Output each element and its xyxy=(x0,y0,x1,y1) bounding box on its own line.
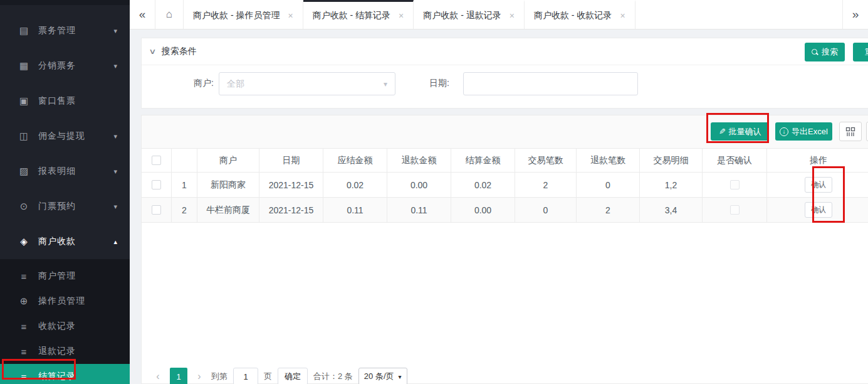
next-page-icon[interactable]: › xyxy=(193,371,206,382)
submenu-item-settlement-records[interactable]: ≡ 结算记录 xyxy=(0,364,130,384)
search-button[interactable]: 搜索 xyxy=(805,43,845,61)
header-tx-count: 交易笔数 xyxy=(515,149,577,173)
users-icon: ◫ xyxy=(18,131,30,142)
cell-tx-count: 0 xyxy=(515,198,577,223)
cell-tx-count: 2 xyxy=(515,173,577,198)
header-refund-count: 退款笔数 xyxy=(577,149,640,173)
header-tx-detail: 交易明细 xyxy=(640,149,703,173)
cell-due-amount: 0.02 xyxy=(323,173,387,198)
submenu-item-label: 收款记录 xyxy=(38,321,76,332)
list-icon: ≡ xyxy=(18,371,30,382)
menu-item-label: 门票预约 xyxy=(38,201,76,212)
confirm-button[interactable]: 确认 xyxy=(805,177,832,193)
goto-page-input[interactable] xyxy=(233,368,258,384)
merchant-select[interactable]: 全部 ▾ xyxy=(219,72,395,95)
header-refund-amount: 退款金额 xyxy=(387,149,451,173)
sidebar: ▤ 票务管理 ▾ ▦ 分销票务 ▾ ▣ 窗口售票 ◫ 佣金与提现 ▾ ▨ 报表 xyxy=(0,0,130,384)
page-1-button[interactable]: 1 xyxy=(170,368,187,384)
search-icon xyxy=(812,49,818,56)
page-size-value: 20 条/页 xyxy=(364,371,394,382)
submenu-item-label: 商户管理 xyxy=(38,270,76,282)
expand-tabs-button[interactable]: » xyxy=(842,0,868,29)
cube-icon: ◈ xyxy=(18,236,30,247)
row-checkbox[interactable] xyxy=(152,180,161,189)
cell-settle-amount: 0.02 xyxy=(451,173,515,198)
menu-item-label: 报表明细 xyxy=(38,166,76,177)
confirmed-checkbox xyxy=(730,180,740,189)
goto-confirm-button[interactable]: 确定 xyxy=(278,368,308,384)
chevron-down-icon: ▾ xyxy=(113,27,117,35)
table-panel: ✎ 批量确认 ↓ 导出Excel xyxy=(141,115,868,384)
row-index: 1 xyxy=(172,173,197,198)
download-icon: ↓ xyxy=(780,127,788,136)
close-icon[interactable]: × xyxy=(399,11,404,21)
reset-button-label: 重置 xyxy=(865,46,868,58)
cell-settle-amount: 0.00 xyxy=(451,198,515,223)
cell-refund-count: 0 xyxy=(577,173,640,198)
date-field-label: 日期: xyxy=(424,78,449,89)
row-select-cell xyxy=(142,198,172,223)
menu-item-label: 窗口售票 xyxy=(38,95,76,107)
close-icon[interactable]: × xyxy=(288,11,293,21)
header-index-cell xyxy=(172,149,197,173)
column-settings-button[interactable] xyxy=(839,122,862,141)
home-icon[interactable]: ⌂ xyxy=(155,0,184,29)
table-row: 2 牛栏前商厦 2021-12-15 0.11 0.11 0.00 0 2 3,… xyxy=(142,198,868,223)
submenu-item-merchant-management[interactable]: ≡ 商户管理 xyxy=(0,264,130,289)
search-panel-header: ∨ 搜索条件 搜索 重置 xyxy=(142,38,868,65)
reset-button[interactable]: 重置 xyxy=(853,43,868,61)
circle-plus-icon: ⊕ xyxy=(18,296,30,307)
cell-date: 2021-12-15 xyxy=(259,198,323,223)
row-checkbox[interactable] xyxy=(152,205,161,215)
submenu-item-collection-records[interactable]: ≡ 收款记录 xyxy=(0,314,130,339)
tab-label: 商户收款 - 操作员管理 xyxy=(193,10,280,21)
collapse-tabs-button[interactable]: « xyxy=(130,0,155,29)
menu-item-ticket-management[interactable]: ▤ 票务管理 ▾ xyxy=(0,13,130,48)
cell-merchant: 牛栏前商厦 xyxy=(197,198,259,223)
cell-refund-count: 2 xyxy=(577,198,640,223)
menu-item-distribution-tickets[interactable]: ▦ 分销票务 ▾ xyxy=(0,48,130,83)
header-merchant: 商户 xyxy=(197,149,259,173)
chevron-down-icon[interactable]: ∨ xyxy=(149,47,156,56)
header-date: 日期 xyxy=(259,149,323,173)
menu-item-ticket-booking[interactable]: ⊙ 门票预约 ▾ xyxy=(0,189,130,224)
cell-confirmed xyxy=(703,173,767,198)
submenu-item-label: 操作员管理 xyxy=(38,296,85,307)
submenu-item-operator-management[interactable]: ⊕ 操作员管理 xyxy=(0,289,130,314)
sidebar-submenu: ≡ 商户管理 ⊕ 操作员管理 ≡ 收款记录 ≡ 退款记录 ≡ 结算记录 xyxy=(0,259,130,384)
tab-settlement-records[interactable]: 商户收款 - 结算记录 × xyxy=(303,0,414,29)
goto-suffix-label: 页 xyxy=(264,371,272,382)
clock-icon: ⊙ xyxy=(18,201,30,212)
table-toolbar: ✎ 批量确认 ↓ 导出Excel xyxy=(142,115,868,148)
close-icon[interactable]: × xyxy=(620,11,625,21)
cell-tx-detail: 3,4 xyxy=(640,198,703,223)
search-form: 商户: 全部 ▾ 日期: xyxy=(142,65,868,109)
ticket-icon: ▤ xyxy=(18,25,30,36)
tab-collection-records[interactable]: 商户收款 - 收款记录 × xyxy=(525,0,635,29)
table-header-row: 商户 日期 应结金额 退款金额 结算金额 交易笔数 退款笔数 交易明细 是否确认… xyxy=(142,148,868,173)
menu-item-window-sales[interactable]: ▣ 窗口售票 xyxy=(0,83,130,119)
submenu-item-refund-records[interactable]: ≡ 退款记录 xyxy=(0,339,130,364)
prev-page-icon[interactable]: ‹ xyxy=(152,371,164,382)
header-select-all-cell xyxy=(142,149,172,173)
header-confirmed: 是否确认 xyxy=(703,149,767,173)
page-size-select[interactable]: 20 条/页 ▾ xyxy=(358,368,407,384)
tab-refund-records[interactable]: 商户收款 - 退款记录 × xyxy=(414,0,525,29)
date-input[interactable] xyxy=(463,72,638,95)
close-icon[interactable]: × xyxy=(510,11,515,21)
report-icon: ▨ xyxy=(18,166,30,177)
tab-operator-management[interactable]: 商户收款 - 操作员管理 × xyxy=(184,0,303,29)
cell-confirmed xyxy=(703,198,767,223)
row-select-cell xyxy=(142,173,172,198)
menu-item-merchant-collection[interactable]: ◈ 商户收款 ▴ xyxy=(0,224,130,259)
cell-merchant: 新阳商家 xyxy=(197,173,259,198)
chevron-down-icon: ▾ xyxy=(113,132,117,141)
row-index: 2 xyxy=(172,198,197,223)
select-all-checkbox[interactable] xyxy=(152,156,161,165)
confirm-button[interactable]: 确认 xyxy=(805,202,832,218)
export-excel-button[interactable]: ↓ 导出Excel xyxy=(775,122,832,141)
menu-item-report-details[interactable]: ▨ 报表明细 ▾ xyxy=(0,154,130,189)
batch-confirm-button[interactable]: ✎ 批量确认 xyxy=(711,122,769,141)
export-excel-label: 导出Excel xyxy=(792,126,828,137)
menu-item-commission-withdrawal[interactable]: ◫ 佣金与提现 ▾ xyxy=(0,119,130,154)
